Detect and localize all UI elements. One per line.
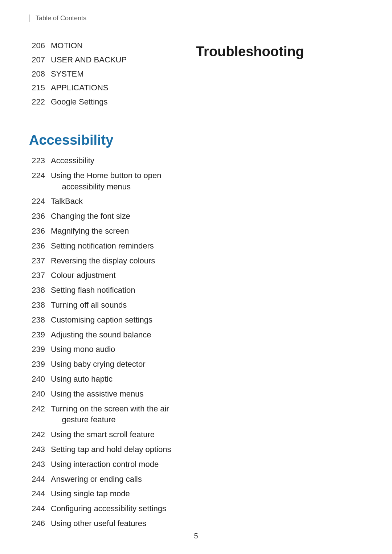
page-number: 5 bbox=[194, 532, 198, 540]
item-text: SYSTEM bbox=[51, 69, 83, 80]
list-item: 215 APPLICATIONS bbox=[29, 82, 196, 94]
item-text: Accessibility bbox=[51, 155, 94, 167]
item-text: Configuring accessibility settings bbox=[51, 503, 166, 514]
item-text: Using interaction control mode bbox=[51, 459, 159, 470]
list-item: 244 Configuring accessibility settings bbox=[29, 503, 363, 514]
item-text: Setting flash notification bbox=[51, 285, 135, 296]
page-num: 240 bbox=[29, 389, 51, 400]
top-section-left: 206 MOTION 207 USER AND BACKUP 208 SYSTE… bbox=[29, 40, 196, 111]
list-item: 238 Setting flash notification bbox=[29, 285, 363, 296]
list-item: 238 Turning off all sounds bbox=[29, 300, 363, 311]
list-item: 246 Using other useful features bbox=[29, 518, 363, 529]
accessibility-heading: Accessibility bbox=[29, 132, 363, 148]
page-num: 242 bbox=[29, 403, 51, 415]
item-text: Using single tap mode bbox=[51, 488, 130, 500]
list-item: 243 Using interaction control mode bbox=[29, 459, 363, 470]
item-text: Using the smart scroll feature bbox=[51, 429, 155, 440]
page-num: 246 bbox=[29, 518, 51, 529]
accessibility-section: Accessibility 223 Accessibility 224 Usin… bbox=[29, 132, 363, 529]
list-item: 240 Using auto haptic bbox=[29, 374, 363, 385]
list-item: 237 Colour adjustment bbox=[29, 270, 363, 281]
page-num: 243 bbox=[29, 444, 51, 455]
item-text: Using other useful features bbox=[51, 518, 146, 529]
page-num: 236 bbox=[29, 211, 51, 222]
page-num: 236 bbox=[29, 241, 51, 252]
top-toc-list: 206 MOTION 207 USER AND BACKUP 208 SYSTE… bbox=[29, 40, 196, 108]
item-text: Magnifying the screen bbox=[51, 226, 129, 237]
list-item: 206 MOTION bbox=[29, 40, 196, 52]
list-item: 238 Customising caption settings bbox=[29, 315, 363, 326]
page-num: 206 bbox=[29, 40, 51, 52]
list-item: 223 Accessibility bbox=[29, 155, 363, 167]
troubleshooting-heading: Troubleshooting bbox=[196, 44, 363, 59]
header-title: Table of Contents bbox=[36, 15, 86, 22]
item-text: Turning on the screen with the air gestu… bbox=[51, 403, 169, 426]
page-num: 208 bbox=[29, 69, 51, 80]
list-item: 224 TalkBack bbox=[29, 196, 363, 207]
item-text: Changing the font size bbox=[51, 211, 130, 222]
page-num: 244 bbox=[29, 474, 51, 485]
item-text: USER AND BACKUP bbox=[51, 54, 127, 66]
page-num: 239 bbox=[29, 329, 51, 341]
item-text: Answering or ending calls bbox=[51, 474, 142, 485]
item-text: Setting notification reminders bbox=[51, 241, 154, 252]
item-text: MOTION bbox=[51, 40, 83, 52]
list-item: 244 Using single tap mode bbox=[29, 488, 363, 500]
list-item: 237 Reversing the display colours bbox=[29, 255, 363, 267]
page-container: Table of Contents 206 MOTION 207 USER AN… bbox=[0, 0, 392, 554]
list-item: 240 Using the assistive menus bbox=[29, 389, 363, 400]
list-item: 236 Changing the font size bbox=[29, 211, 363, 222]
page-num: 240 bbox=[29, 374, 51, 385]
item-text: Reversing the display colours bbox=[51, 255, 155, 267]
page-num: 236 bbox=[29, 226, 51, 237]
list-item: 239 Adjusting the sound balance bbox=[29, 329, 363, 341]
page-num: 237 bbox=[29, 270, 51, 281]
list-item: 207 USER AND BACKUP bbox=[29, 54, 196, 66]
item-text: Using auto haptic bbox=[51, 374, 113, 385]
item-text: Google Settings bbox=[51, 97, 108, 108]
item-text: Colour adjustment bbox=[51, 270, 116, 281]
page-num: 238 bbox=[29, 315, 51, 326]
item-text: Customising caption settings bbox=[51, 315, 152, 326]
item-text: Using baby crying detector bbox=[51, 359, 145, 370]
list-item: 244 Answering or ending calls bbox=[29, 474, 363, 485]
list-item: 243 Setting tap and hold delay options bbox=[29, 444, 363, 455]
list-item: 236 Setting notification reminders bbox=[29, 241, 363, 252]
page-num: 242 bbox=[29, 429, 51, 440]
page-num: 239 bbox=[29, 359, 51, 370]
page-num: 244 bbox=[29, 488, 51, 500]
page-num: 223 bbox=[29, 155, 51, 167]
list-item: 242 Using the smart scroll feature bbox=[29, 429, 363, 440]
list-item: 236 Magnifying the screen bbox=[29, 226, 363, 237]
item-text: Using the Home button to open accessibil… bbox=[51, 170, 162, 193]
item-text: TalkBack bbox=[51, 196, 83, 207]
page-num: 215 bbox=[29, 82, 51, 94]
page-num: 238 bbox=[29, 285, 51, 296]
accessibility-toc-list: 223 Accessibility 224 Using the Home but… bbox=[29, 155, 363, 529]
page-num: 239 bbox=[29, 344, 51, 355]
item-text: Adjusting the sound balance bbox=[51, 329, 151, 341]
page-num: 222 bbox=[29, 97, 51, 108]
top-section-right: Troubleshooting bbox=[196, 40, 363, 114]
item-text: APPLICATIONS bbox=[51, 82, 109, 94]
page-num: 224 bbox=[29, 170, 51, 181]
list-item: 242 Turning on the screen with the air g… bbox=[29, 403, 363, 426]
list-item: 239 Using mono audio bbox=[29, 344, 363, 355]
page-num: 243 bbox=[29, 459, 51, 470]
list-item: 208 SYSTEM bbox=[29, 69, 196, 80]
header-bar: Table of Contents bbox=[29, 15, 363, 22]
item-text: Setting tap and hold delay options bbox=[51, 444, 171, 455]
page-num: 207 bbox=[29, 54, 51, 66]
page-num: 238 bbox=[29, 300, 51, 311]
item-text: Using mono audio bbox=[51, 344, 115, 355]
item-text: Turning off all sounds bbox=[51, 300, 127, 311]
item-text: Using the assistive menus bbox=[51, 389, 144, 400]
page-num: 244 bbox=[29, 503, 51, 514]
list-item: 224 Using the Home button to open access… bbox=[29, 170, 363, 193]
top-section: 206 MOTION 207 USER AND BACKUP 208 SYSTE… bbox=[29, 40, 363, 114]
page-num: 237 bbox=[29, 255, 51, 267]
list-item: 239 Using baby crying detector bbox=[29, 359, 363, 370]
page-num: 224 bbox=[29, 196, 51, 207]
list-item: 222 Google Settings bbox=[29, 97, 196, 108]
